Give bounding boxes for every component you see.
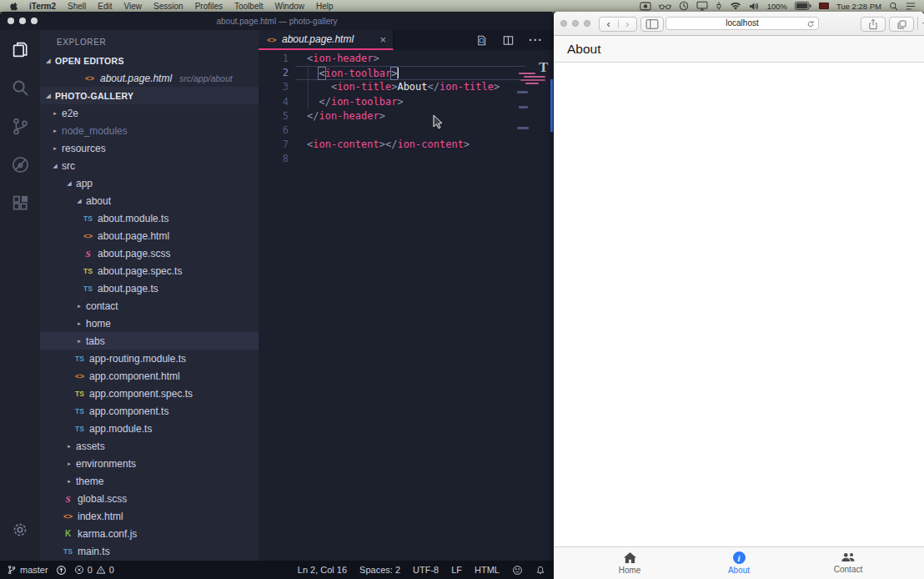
search-file-icon[interactable] xyxy=(475,34,488,47)
tab-overview-button[interactable] xyxy=(889,17,914,32)
tree-item-app-module-ts[interactable]: TSapp.module.ts xyxy=(40,420,259,437)
tree-item-e2e[interactable]: ▸e2e xyxy=(40,104,259,122)
problems-indicator[interactable]: 0 0 xyxy=(74,565,114,575)
notification-center-icon[interactable] xyxy=(906,2,916,11)
minimize-window-button[interactable] xyxy=(19,18,26,24)
code-line-text[interactable]: <ion-title>About</ion-title> xyxy=(295,80,525,94)
open-editors-header[interactable]: ◢ OPEN EDITORS xyxy=(40,52,259,69)
tree-item-resources[interactable]: ▸resources xyxy=(40,139,259,157)
vscode-title-bar[interactable]: about.page.html — photo-gallery xyxy=(0,12,554,30)
settings-gear-button[interactable] xyxy=(0,511,40,549)
zoom-window-button[interactable] xyxy=(31,18,38,24)
ion-tab-home[interactable]: Home xyxy=(596,551,663,575)
close-tab-icon[interactable]: × xyxy=(379,33,386,46)
tree-item-app-component-html[interactable]: <>app.component.html xyxy=(40,367,259,385)
display-mirroring-icon[interactable] xyxy=(696,1,708,11)
menu-item-shell[interactable]: Shell xyxy=(68,2,86,11)
tree-item-app-component-spec-ts[interactable]: TSapp.component.spec.ts xyxy=(40,385,259,402)
menu-item-iterm2[interactable]: iTerm2 xyxy=(29,2,56,11)
line-number[interactable]: 3 xyxy=(259,80,295,94)
code-editor[interactable]: 1<ion-header>2 <ion-toolbar>3 <ion-title… xyxy=(259,50,554,561)
encoding-indicator[interactable]: UTF-8 xyxy=(413,565,439,575)
back-button[interactable]: ‹ xyxy=(600,20,618,28)
activity-source-control-icon[interactable] xyxy=(0,107,40,145)
activity-debug-icon[interactable] xyxy=(0,145,40,184)
ion-tab-contact[interactable]: Contact xyxy=(815,552,881,574)
tree-item-home[interactable]: ▸home xyxy=(40,315,259,332)
notifications-bell-icon[interactable] xyxy=(535,565,545,576)
menu-item-help[interactable]: Help xyxy=(316,2,334,11)
wifi-icon[interactable] xyxy=(730,2,741,11)
open-editor-about-page-html[interactable]: <> about.page.html src/app/about xyxy=(40,69,259,87)
tree-item-node_modules[interactable]: ▸node_modules xyxy=(40,122,259,139)
line-number[interactable]: 2 xyxy=(259,66,295,80)
tree-item-contact[interactable]: ▸contact xyxy=(40,297,259,315)
tree-item-about-page-ts[interactable]: TSabout.page.ts xyxy=(40,279,259,297)
zoom-window-button[interactable] xyxy=(584,20,590,27)
new-tab-button[interactable]: + xyxy=(917,17,924,30)
tree-item-about-page-html[interactable]: <>about.page.html xyxy=(40,227,259,244)
forward-button[interactable]: › xyxy=(618,20,637,28)
code-line-text[interactable]: </ion-toolbar> xyxy=(295,95,525,109)
tree-item-about-page-spec-ts[interactable]: TSabout.page.spec.ts xyxy=(40,262,259,279)
tree-item-about[interactable]: ◢about xyxy=(40,192,259,209)
feedback-smiley-icon[interactable] xyxy=(512,565,523,576)
tree-item-tabs[interactable]: ▸tabs xyxy=(40,332,259,350)
activity-files-icon[interactable] xyxy=(0,30,40,68)
code-line-text[interactable]: <ion-toolbar> xyxy=(295,66,525,80)
line-number[interactable]: 8 xyxy=(259,152,295,166)
code-line-text[interactable]: </ion-header> xyxy=(295,109,525,123)
ion-tab-about[interactable]: iAbout xyxy=(706,551,772,575)
cursor-position-indicator[interactable]: Ln 2, Col 16 xyxy=(298,565,347,575)
line-number[interactable]: 6 xyxy=(259,123,295,138)
activity-search-icon[interactable] xyxy=(0,68,40,107)
tree-item-karma-conf-js[interactable]: Kkarma.conf.js xyxy=(40,525,259,542)
menu-bar-clock[interactable]: Tue 2:28 PM xyxy=(836,2,881,11)
menu-item-edit[interactable]: Edit xyxy=(98,2,112,11)
code-line-text[interactable]: <ion-header> xyxy=(295,52,525,66)
tree-item-about-module-ts[interactable]: TSabout.module.ts xyxy=(40,209,259,227)
apple-icon[interactable] xyxy=(10,2,18,11)
tree-item-src[interactable]: ◢src xyxy=(40,157,259,174)
minimize-window-button[interactable] xyxy=(572,20,579,27)
activity-extensions-icon[interactable] xyxy=(0,184,40,222)
screen-recording-icon[interactable] xyxy=(640,2,651,11)
plug-icon[interactable] xyxy=(716,1,722,11)
tree-item-assets[interactable]: ▸assets xyxy=(40,437,259,455)
language-mode-indicator[interactable]: HTML xyxy=(475,565,500,575)
tree-item-main-ts[interactable]: TSmain.ts xyxy=(40,542,259,560)
project-section-header[interactable]: ◢ PHOTO-GALLERY xyxy=(40,87,259,104)
line-number[interactable]: 7 xyxy=(259,138,295,152)
reload-icon[interactable] xyxy=(806,20,815,28)
menu-item-toolbelt[interactable]: Toolbelt xyxy=(234,2,263,11)
tree-item-environments[interactable]: ▸environments xyxy=(40,455,259,472)
close-window-button[interactable] xyxy=(8,18,14,24)
code-line-text[interactable] xyxy=(295,123,525,138)
menu-item-view[interactable]: View xyxy=(124,2,143,11)
volume-icon[interactable] xyxy=(749,2,760,11)
line-number[interactable]: 5 xyxy=(259,109,295,123)
close-window-button[interactable] xyxy=(560,20,567,27)
tab-about-page-html[interactable]: <> about.page.html × xyxy=(259,30,394,50)
tree-item-index-html[interactable]: <>index.html xyxy=(40,507,259,525)
tree-item-about-page-scss[interactable]: Sabout.page.scss xyxy=(40,244,259,262)
share-button[interactable] xyxy=(861,17,886,32)
input-source-flag-icon[interactable] xyxy=(819,3,829,9)
tree-item-app-component-ts[interactable]: TSapp.component.ts xyxy=(40,402,259,420)
tree-item-theme[interactable]: ▸theme xyxy=(40,472,259,490)
more-actions-icon[interactable]: ··· xyxy=(529,36,543,44)
git-branch-indicator[interactable]: master xyxy=(7,565,48,575)
spotlight-icon[interactable] xyxy=(889,2,898,11)
menu-item-session[interactable]: Session xyxy=(153,2,183,11)
glasses-icon[interactable] xyxy=(659,3,671,10)
menu-item-profiles[interactable]: Profiles xyxy=(195,2,223,11)
address-bar[interactable]: localhost xyxy=(665,17,819,30)
tree-item-app-routing-module-ts[interactable]: TSapp-routing.module.ts xyxy=(40,350,259,367)
indentation-indicator[interactable]: Spaces: 2 xyxy=(359,565,400,575)
split-editor-icon[interactable] xyxy=(502,34,515,47)
eol-indicator[interactable]: LF xyxy=(451,565,462,575)
clock-icon[interactable] xyxy=(679,1,689,11)
line-number[interactable]: 1 xyxy=(259,52,295,66)
tree-item-app[interactable]: ◢app xyxy=(40,174,259,192)
menu-item-window[interactable]: Window xyxy=(274,2,304,11)
